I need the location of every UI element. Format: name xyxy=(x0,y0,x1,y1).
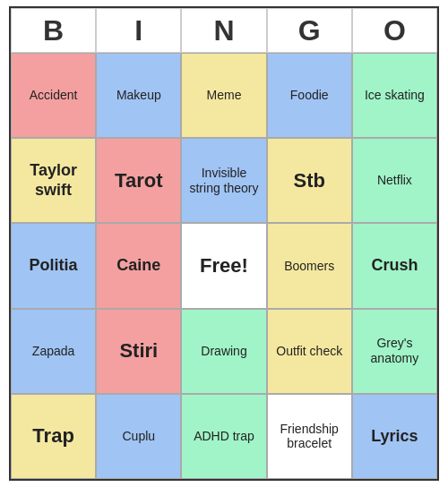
bingo-cell: Taylor swift xyxy=(11,138,96,223)
bingo-cell: Makeup xyxy=(96,53,181,138)
bingo-cell: Netflix xyxy=(352,138,437,223)
bingo-cell: Politia xyxy=(11,223,96,308)
header-letter: I xyxy=(96,8,181,53)
bingo-cell: Grey's anatomy xyxy=(352,309,437,394)
bingo-row: TrapCupluADHD trapFriendship braceletLyr… xyxy=(11,394,437,479)
bingo-cell: Trap xyxy=(11,394,96,479)
bingo-cell: Meme xyxy=(181,53,266,138)
bingo-row: PolitiaCaineFree!BoomersCrush xyxy=(11,223,437,308)
bingo-cell: Ice skating xyxy=(352,53,437,138)
bingo-cell: Drawing xyxy=(181,309,266,394)
bingo-cell: Invisible string theory xyxy=(181,138,266,223)
header-letter: O xyxy=(352,8,437,53)
bingo-cell: Friendship bracelet xyxy=(267,394,352,479)
bingo-cell: Stb xyxy=(267,138,352,223)
header-letter: B xyxy=(11,8,96,53)
bingo-grid: AccidentMakeupMemeFoodieIce skatingTaylo… xyxy=(11,53,437,479)
bingo-card: BINGO AccidentMakeupMemeFoodieIce skatin… xyxy=(9,6,439,481)
bingo-cell: Free! xyxy=(181,223,266,308)
bingo-cell: ADHD trap xyxy=(181,394,266,479)
bingo-row: AccidentMakeupMemeFoodieIce skating xyxy=(11,53,437,138)
bingo-cell: Foodie xyxy=(267,53,352,138)
bingo-cell: Lyrics xyxy=(352,394,437,479)
bingo-row: Taylor swiftTarotInvisible string theory… xyxy=(11,138,437,223)
bingo-cell: Caine xyxy=(96,223,181,308)
bingo-cell: Cuplu xyxy=(96,394,181,479)
bingo-cell: Crush xyxy=(352,223,437,308)
bingo-header: BINGO xyxy=(11,8,437,53)
bingo-cell: Accident xyxy=(11,53,96,138)
bingo-cell: Outfit check xyxy=(267,309,352,394)
bingo-row: ZapadaStiriDrawingOutfit checkGrey's ana… xyxy=(11,309,437,394)
bingo-cell: Stiri xyxy=(96,309,181,394)
header-letter: G xyxy=(267,8,352,53)
bingo-cell: Tarot xyxy=(96,138,181,223)
header-letter: N xyxy=(181,8,266,53)
bingo-cell: Boomers xyxy=(267,223,352,308)
bingo-cell: Zapada xyxy=(11,309,96,394)
